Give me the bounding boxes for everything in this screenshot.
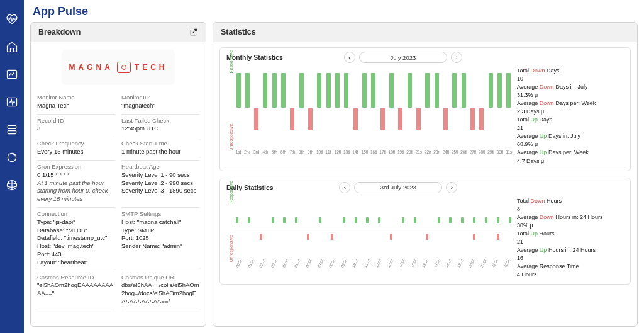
statistics-header: Statistics	[213, 23, 637, 42]
monthly-title: Monthly Statistics	[226, 54, 283, 61]
smtp-host: Host: "magna.catchall"	[121, 218, 199, 227]
breakdown-header-label: Breakdown	[38, 28, 80, 37]
smtp-sender: Sender Name: "admin"	[121, 242, 199, 251]
monthly-prev-button[interactable]: ‹	[344, 52, 355, 63]
cron-human: At 1 minute past the hour, starting from…	[37, 179, 115, 203]
monthly-period[interactable]: July 2023	[359, 52, 447, 63]
daily-bars	[235, 197, 512, 260]
statistics-panel: Statistics Monthly Statistics ‹ July 202…	[213, 22, 638, 327]
svg-rect-2	[8, 125, 16, 128]
monthly-next-button[interactable]: ›	[451, 52, 462, 63]
y-axis-responsive-daily: Responsive	[229, 195, 233, 203]
daily-period[interactable]: 3rd July 2023	[354, 182, 442, 193]
smtp-port: Port: 1025	[121, 234, 199, 242]
chart-icon[interactable]	[6, 68, 18, 81]
brand-word-b: TECH	[135, 63, 168, 72]
connection-label: Connection	[37, 210, 115, 218]
daily-x-axis: 00:00 am01:00 pm02:00 am03:00 am04:10 am…	[226, 261, 512, 275]
cosmos-uri-label: Cosmos Unique URI	[121, 274, 199, 282]
monitor-brand-logo: MAGNA TECH	[62, 50, 175, 85]
last-failed-label: Last Failed Check	[121, 117, 199, 125]
page-title: App Pulse	[24, 0, 644, 22]
monthly-stats-list: Total Down Days 10 Average Down Days in:…	[517, 67, 624, 166]
cron-value: 0 1/15 * * * *	[37, 171, 115, 179]
main-area: App Pulse Breakdown MAGNA TECH	[24, 0, 644, 333]
monthly-x-axis: 1st2nd3rd4th5th6th7th8th9th10th11th12th1…	[226, 150, 512, 154]
globe-icon[interactable]	[6, 179, 18, 191]
daily-next-button[interactable]: ›	[446, 182, 457, 193]
smtp-label: SMTP Settings	[121, 210, 199, 218]
monthly-chart-card: Monthly Statistics ‹ July 2023 › R	[219, 47, 631, 171]
heartbeat-l2: Severity Level 2 - 990 secs	[121, 179, 199, 188]
y-axis-unresponsive: Unresponsive	[229, 142, 233, 151]
breakdown-panel: Breakdown MAGNA TECH Monitor Name M	[30, 22, 206, 327]
smtp-type: Type: SMTP	[121, 227, 199, 235]
cosmos-uri-value: dbs/el5hAA==/colls/el5hAOm2hog=/docs/el5…	[121, 281, 199, 305]
heartbeat-label: Heartbeat Age	[121, 163, 199, 171]
monthly-bars	[235, 67, 512, 149]
cron-label: Cron Expression	[37, 163, 115, 171]
home-icon[interactable]	[6, 40, 18, 53]
database-icon[interactable]	[6, 123, 18, 136]
daily-title: Daily Statistics	[226, 184, 274, 191]
daily-chart-card: Daily Statistics ‹ 3rd July 2023 ›	[219, 178, 631, 285]
statistics-header-label: Statistics	[221, 28, 256, 37]
last-failed-value: 12:45pm UTC	[121, 125, 199, 133]
monitor-name-value: Magna Tech	[37, 102, 115, 110]
activity-icon[interactable]	[6, 96, 18, 108]
check-start-value: 1 minute past the hour	[121, 148, 199, 156]
check-freq-value: Every 15 minutes	[37, 148, 115, 156]
check-start-label: Check Start Time	[121, 140, 199, 148]
check-freq-label: Check Frequency	[37, 140, 115, 148]
cosmos-id-label: Cosmos Resource ID	[37, 274, 115, 282]
open-external-icon[interactable]	[189, 28, 198, 37]
heartbeat-l1: Severity Level 1 - 90 secs	[121, 171, 199, 179]
statistics-body: Monthly Statistics ‹ July 2023 › R	[213, 42, 637, 326]
daily-prev-button[interactable]: ‹	[339, 182, 350, 193]
heartbeat-l3: Severity Level 3 - 1890 secs	[121, 187, 199, 195]
record-id-label: Record ID	[37, 117, 115, 125]
chip-icon	[117, 62, 131, 73]
conn-port: Port: 443	[37, 251, 115, 259]
record-id-value: 3	[37, 125, 115, 133]
monitor-id-value: "magnatech"	[121, 102, 199, 110]
breakdown-header: Breakdown	[31, 23, 206, 42]
app-logo-icon	[6, 13, 18, 25]
sidebar	[0, 0, 24, 333]
conn-layout: Layout: "heartbeat"	[37, 259, 115, 267]
y-axis-responsive: Responsive	[229, 65, 233, 74]
cosmos-id-value: "el5hAOm2hogEAAAAAAAAAA=="	[37, 281, 115, 298]
conn-type: Type: "js-dapi"	[37, 218, 115, 227]
refresh-icon[interactable]	[6, 151, 18, 164]
svg-rect-3	[8, 131, 16, 134]
conn-field: Datafield: "timestamp_utc"	[37, 234, 115, 242]
breakdown-body: MAGNA TECH Monitor Name Magna Tech Monit…	[31, 42, 206, 326]
conn-db: Database: "MTDB"	[37, 227, 115, 235]
monitor-id-label: Monitor ID:	[121, 94, 199, 102]
brand-word-a: MAGNA	[69, 63, 113, 72]
y-axis-unresponsive-daily: Unresponsive	[229, 253, 233, 262]
monitor-name-label: Monitor Name	[37, 94, 115, 102]
conn-host: Host: "dev_mag.tech"	[37, 242, 115, 251]
content-row: Breakdown MAGNA TECH Monitor Name M	[24, 22, 644, 333]
daily-stats-list: Total Down Hours 8 Average Down Hours in…	[517, 197, 624, 279]
